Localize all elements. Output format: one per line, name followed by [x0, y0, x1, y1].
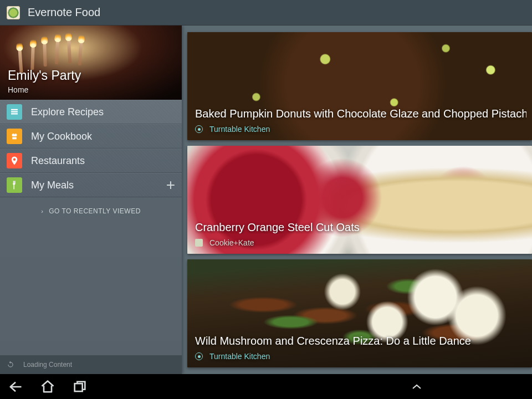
recipe-title: Baked Pumpkin Donuts with Chocolate Glaz… [195, 108, 526, 120]
app-body: Emily's Party Home Explore Recipes My Co… [0, 25, 532, 374]
record-icon [195, 352, 203, 360]
recipe-source-label: Turntable Kitchen [209, 125, 270, 134]
chef-icon [7, 129, 22, 144]
title-bar: Evernote Food [0, 0, 532, 25]
pin-icon [7, 153, 22, 168]
recipe-source[interactable]: Turntable Kitchen [195, 125, 526, 134]
recipe-source[interactable]: Turntable Kitchen [195, 352, 526, 361]
recent-apps-button[interactable] [72, 379, 88, 395]
hero-title: Emily's Party [8, 68, 81, 83]
status-text: Loading Content [23, 361, 72, 369]
recipe-source-label: Cookie+Kate [209, 238, 254, 247]
expand-icon[interactable] [410, 380, 423, 393]
sidebar: Emily's Party Home Explore Recipes My Co… [0, 25, 182, 374]
record-icon [195, 125, 203, 133]
hero-subtitle: Home [8, 85, 81, 94]
fork-icon [7, 177, 22, 193]
recipe-title: Cranberry Orange Steel Cut Oats [195, 221, 526, 234]
home-button[interactable] [40, 379, 55, 395]
app-window: Evernote Food Emily's Party Home [0, 0, 532, 374]
back-button[interactable] [8, 379, 23, 395]
svg-rect-0 [75, 383, 83, 391]
recipe-title: Wild Mushroom and Crescenza Pizza: Do a … [195, 335, 526, 347]
sidebar-nav: Explore Recipes My Cookbook Restaurants [0, 100, 182, 197]
app-icon [7, 6, 20, 19]
sidebar-item-my-cookbook[interactable]: My Cookbook [0, 124, 182, 149]
recently-viewed-link[interactable]: › GO TO RECENTLY VIEWED [0, 197, 182, 225]
recipe-source-label: Turntable Kitchen [209, 352, 270, 361]
list-icon [7, 104, 22, 120]
hero-banner[interactable]: Emily's Party Home [0, 25, 182, 100]
recipe-card[interactable]: Baked Pumpkin Donuts with Chocolate Glaz… [187, 32, 532, 140]
status-bar: Loading Content [0, 355, 182, 374]
sidebar-item-label: Explore Recipes [31, 106, 104, 118]
sidebar-item-my-meals[interactable]: My Meals + [0, 173, 182, 197]
sidebar-item-label: My Cookbook [31, 131, 92, 142]
add-meal-button[interactable]: + [166, 176, 175, 194]
app-title: Evernote Food [28, 6, 100, 19]
refresh-icon [7, 361, 14, 369]
sidebar-item-restaurants[interactable]: Restaurants [0, 149, 182, 173]
sidebar-item-explore-recipes[interactable]: Explore Recipes [0, 100, 182, 124]
recipe-card[interactable]: Cranberry Orange Steel Cut Oats Cookie+K… [187, 146, 532, 254]
square-icon [195, 239, 203, 247]
recently-viewed-label: GO TO RECENTLY VIEWED [49, 207, 141, 215]
sidebar-item-label: My Meals [31, 180, 74, 191]
android-nav-bar [0, 374, 532, 399]
content-feed[interactable]: Baked Pumpkin Donuts with Chocolate Glaz… [182, 25, 532, 374]
chevron-right-icon: › [41, 208, 43, 214]
sidebar-item-label: Restaurants [31, 155, 85, 167]
recipe-card[interactable]: Wild Mushroom and Crescenza Pizza: Do a … [187, 259, 532, 367]
recipe-source[interactable]: Cookie+Kate [195, 238, 526, 247]
